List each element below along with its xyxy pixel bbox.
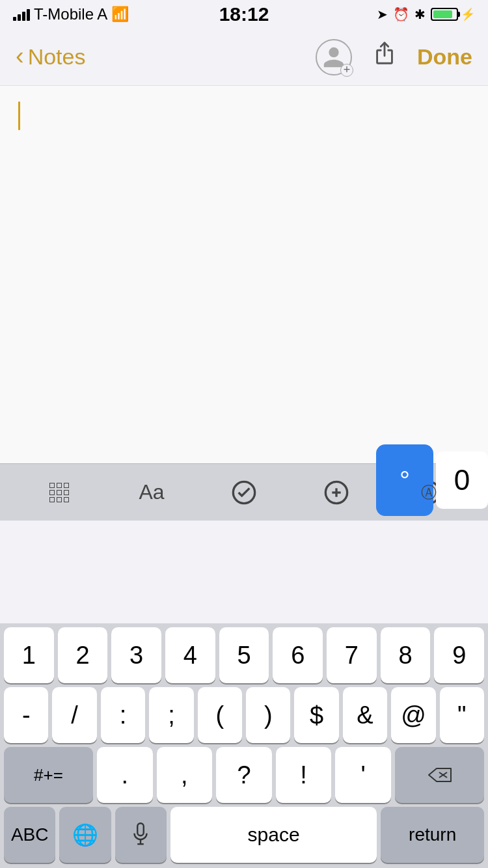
battery: ⚡ (431, 7, 475, 21)
chevron-left-icon: ‹ (16, 42, 24, 70)
key-close-paren[interactable]: ) (246, 687, 290, 743)
battery-fill (433, 10, 452, 18)
share-icon (373, 41, 396, 67)
table-button[interactable] (13, 483, 105, 502)
back-label: Notes (28, 44, 86, 70)
nav-actions: + Done (316, 39, 472, 75)
done-button[interactable]: Done (417, 44, 472, 70)
zero-label: 0 (454, 464, 470, 496)
key-colon[interactable]: : (101, 687, 145, 743)
signal-bar-4 (27, 9, 30, 21)
key-mic[interactable] (115, 807, 167, 863)
checklist-button[interactable] (198, 480, 290, 506)
status-right: ➤ ⏰ ✱ ⚡ (377, 7, 475, 22)
key-globe[interactable]: 🌐 (59, 807, 111, 863)
plus-icon: + (340, 64, 353, 77)
degree-key-highlight[interactable]: ° (376, 444, 433, 516)
key-3[interactable]: 3 (111, 627, 161, 683)
add-button[interactable] (290, 480, 383, 506)
signal-bar-2 (18, 14, 21, 21)
key-1[interactable]: 1 (4, 627, 54, 683)
wifi-icon: 📶 (111, 6, 129, 23)
key-abc[interactable]: ABC (4, 807, 55, 863)
keyboard: 1 2 3 4 5 6 7 8 9 - / : ; ( ) $ & @ " #+… (0, 623, 488, 868)
table-icon (49, 483, 69, 502)
text-cursor (18, 102, 20, 130)
key-slash[interactable]: / (52, 687, 96, 743)
charging-icon: ⚡ (461, 7, 475, 21)
signal-bars (13, 8, 30, 21)
format-icon: Aa (139, 480, 164, 504)
key-2[interactable]: 2 (58, 627, 108, 683)
number-popup: ° 0 (376, 444, 488, 516)
note-content[interactable] (0, 86, 488, 463)
key-7[interactable]: 7 (327, 627, 377, 683)
globe-icon: 🌐 (72, 822, 98, 847)
battery-body (431, 8, 458, 21)
share-button[interactable] (373, 41, 396, 73)
key-5[interactable]: 5 (219, 627, 269, 683)
degree-symbol: ° (400, 466, 410, 495)
toolbar: ° 0 Aa (0, 463, 488, 521)
keyboard-row-3: #+= . , ? ! ' (0, 743, 488, 803)
space-label: space (248, 824, 300, 846)
key-minus[interactable]: - (4, 687, 48, 743)
key-space[interactable]: space (170, 807, 377, 863)
key-8[interactable]: 8 (381, 627, 431, 683)
return-label: return (409, 824, 456, 845)
key-apostrophe[interactable]: ' (335, 747, 391, 803)
keyboard-row-2: - / : ; ( ) $ & @ " (0, 683, 488, 743)
key-semicolon[interactable]: ; (149, 687, 193, 743)
svg-rect-8 (138, 823, 144, 835)
key-period[interactable]: . (97, 747, 153, 803)
key-quote[interactable]: " (440, 687, 484, 743)
key-4[interactable]: 4 (165, 627, 215, 683)
key-symbol-toggle[interactable]: #+= (4, 747, 93, 803)
keyboard-row-4: ABC 🌐 space return (0, 803, 488, 868)
back-button[interactable]: ‹ Notes (16, 44, 85, 70)
key-at[interactable]: @ (391, 687, 435, 743)
status-left: T-Mobile A 📶 (13, 5, 129, 23)
key-6[interactable]: 6 (273, 627, 323, 683)
carrier-label: T-Mobile A (34, 5, 107, 23)
key-dollar[interactable]: $ (294, 687, 338, 743)
key-9[interactable]: 9 (434, 627, 484, 683)
backspace-button[interactable] (395, 747, 484, 803)
key-open-paren[interactable]: ( (198, 687, 242, 743)
status-time: 18:12 (219, 3, 269, 25)
add-contact-button[interactable]: + (316, 39, 352, 75)
alarm-icon: ⏰ (393, 7, 409, 22)
key-return[interactable]: return (381, 807, 484, 863)
key-exclamation[interactable]: ! (276, 747, 332, 803)
signal-bar-1 (13, 17, 16, 21)
check-icon (231, 480, 257, 506)
abc-label: ABC (11, 824, 49, 845)
backspace-icon (427, 766, 452, 784)
format-button[interactable]: Aa (105, 480, 198, 504)
signal-bar-3 (22, 12, 25, 21)
mic-icon (131, 822, 150, 847)
key-question[interactable]: ? (216, 747, 272, 803)
plus-circle-icon (323, 480, 349, 506)
location-icon: ➤ (377, 7, 388, 22)
nav-bar: ‹ Notes + Done (0, 29, 488, 86)
key-comma[interactable]: , (157, 747, 213, 803)
bluetooth-icon: ✱ (414, 7, 426, 22)
zero-key[interactable]: 0 (436, 452, 488, 509)
status-bar: T-Mobile A 📶 18:12 ➤ ⏰ ✱ ⚡ (0, 0, 488, 29)
keyboard-row-1: 1 2 3 4 5 6 7 8 9 (0, 623, 488, 683)
key-ampersand[interactable]: & (343, 687, 387, 743)
